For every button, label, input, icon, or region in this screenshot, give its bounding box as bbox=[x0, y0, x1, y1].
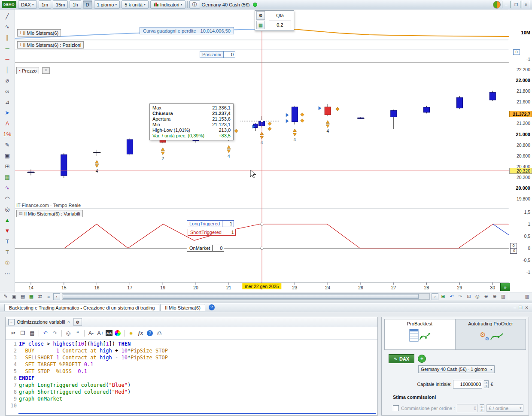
code-line[interactable]: graph OnMarket bbox=[19, 395, 377, 402]
timeframe-1h-button[interactable]: 1h bbox=[70, 0, 81, 9]
add-chart-icon[interactable]: ⊞ bbox=[439, 293, 447, 300]
code-line[interactable]: graph ShortTriggered coloured("Red") bbox=[19, 389, 377, 395]
minimize-button[interactable]: – bbox=[502, 1, 511, 8]
info-button[interactable]: ⓘ bbox=[189, 0, 200, 9]
scroll-right-button[interactable]: › bbox=[432, 293, 438, 300]
maximize-button[interactable]: ❐ bbox=[512, 1, 520, 8]
tab-my-system[interactable]: Il Mio Sistema(6) bbox=[160, 304, 205, 311]
axis-grid-icon[interactable]: ▥ bbox=[525, 294, 529, 299]
instrument-timeframe-select[interactable]: Germany 40 Cash (5€) - 1 giorno ▾ bbox=[418, 365, 495, 373]
share-chart-icon[interactable]: ▣ bbox=[10, 293, 18, 300]
optimization-settings-button[interactable]: ⚙ bbox=[73, 318, 82, 326]
timeframe-daily-button[interactable]: D bbox=[83, 0, 92, 9]
code-line[interactable]: SET TARGET %PROFIT 0.1 bbox=[19, 361, 377, 368]
export-chart-icon[interactable]: ⇄ bbox=[36, 293, 44, 300]
comment-icon[interactable]: ❝ bbox=[73, 329, 82, 337]
wave-tool-icon[interactable]: ∿ bbox=[2, 182, 13, 193]
time-axis[interactable]: 14151617192021mer 22 gen 202523242627282… bbox=[15, 282, 509, 292]
cut-icon[interactable]: ✂ bbox=[9, 329, 18, 337]
ruler-tool-icon[interactable]: ⊿ bbox=[2, 97, 13, 107]
print-icon[interactable]: ⎙ bbox=[155, 329, 164, 337]
indicators-dropdown[interactable]: Indicatori ▾ bbox=[150, 0, 185, 9]
units-dropdown[interactable]: 5 k unità ▾ bbox=[122, 0, 149, 9]
text-tool-icon[interactable]: T bbox=[2, 236, 13, 246]
go-to-last-button[interactable]: » bbox=[500, 283, 510, 291]
commission-checkbox[interactable] bbox=[393, 405, 399, 411]
price-pane-menu-button[interactable]: ≡ bbox=[42, 67, 50, 74]
draw-mode-icon[interactable]: ✎ bbox=[2, 293, 9, 300]
variables-pane-tab[interactable]: ▤ Il Mio Sistema(6) : Variabili bbox=[16, 210, 83, 217]
panel-close-button[interactable]: ✕ bbox=[525, 305, 529, 310]
chart-scrollbar[interactable] bbox=[62, 293, 430, 300]
zoom-in-icon[interactable]: ⊕ bbox=[491, 293, 499, 300]
system-equity-tab[interactable]: ‖ Il Mio Sistema(6) bbox=[17, 29, 61, 36]
code-line[interactable]: IF close > highest[10](high[1]) THEN bbox=[19, 340, 377, 347]
news-panel-icon[interactable]: ▤ bbox=[19, 293, 27, 300]
period-dropdown[interactable]: 1 giorno ▾ bbox=[94, 0, 120, 9]
anchored-line-tool-icon[interactable]: ∞ bbox=[2, 86, 13, 96]
capital-input[interactable] bbox=[453, 380, 482, 389]
symbol-dropdown[interactable]: DAX ▾ bbox=[18, 0, 37, 9]
chart-area[interactable]: 424444 ‖ Il Mio Sistema(6) Curva guadagn… bbox=[15, 9, 509, 292]
grid-tool-icon[interactable]: ▦ bbox=[2, 172, 13, 182]
panel-minimize-button[interactable]: – bbox=[514, 305, 516, 310]
pan-chart-icon[interactable]: ⊡ bbox=[465, 293, 473, 300]
code-lines[interactable]: IF close > highest[10](high[1]) THEN BUY… bbox=[19, 340, 377, 415]
timeframe-15m-button[interactable]: 15m bbox=[53, 0, 68, 9]
idea-note-tool-icon[interactable]: ① bbox=[2, 258, 13, 268]
arc-tool-icon[interactable]: ◠ bbox=[2, 193, 13, 203]
parallel-lines-tool-icon[interactable]: ∥ bbox=[2, 32, 13, 43]
price-pane-tab[interactable]: ▪ Prezzo bbox=[16, 67, 39, 74]
code-line[interactable]: BUY 1 Contract at high + 10*PipSize STOP bbox=[19, 347, 377, 354]
collapse-button[interactable]: − bbox=[8, 319, 15, 325]
price-chart[interactable]: 424444 bbox=[15, 9, 509, 292]
price-axis[interactable]: 10M0-122.20022.00021.80021.60021.20021.0… bbox=[509, 9, 532, 292]
quantity-input[interactable] bbox=[269, 21, 291, 29]
undo-zoom-icon[interactable]: ↶ bbox=[448, 293, 456, 300]
dax-instrument-button[interactable]: ∿ DAX bbox=[389, 354, 414, 363]
commission-unit-select[interactable]: € / ordine ▾ bbox=[486, 404, 523, 412]
freehand-tool-icon[interactable]: ∿ bbox=[2, 21, 13, 32]
chart-scrollbar-thumb[interactable] bbox=[63, 294, 419, 299]
timeframe-1m-button[interactable]: 1m bbox=[39, 0, 51, 9]
commission-input[interactable] bbox=[457, 404, 477, 412]
percent-variation-tool-icon[interactable]: 1% bbox=[2, 129, 13, 139]
pointer-tool-icon[interactable]: ➤ bbox=[2, 107, 13, 118]
market-table-icon[interactable]: ▦ bbox=[27, 293, 35, 300]
capital-stepper[interactable]: ▲ ▼ bbox=[484, 380, 489, 388]
tab-probacktest[interactable]: ProBacktest bbox=[384, 319, 455, 350]
tab-backtesting[interactable]: Backtesting e Trading Automatico - Creaz… bbox=[4, 304, 159, 311]
order-settings-button[interactable]: ⚙ bbox=[256, 11, 265, 20]
system-positions-tab[interactable]: ‖ Il Mio Sistema(6) : Posizioni bbox=[17, 41, 84, 49]
buy-arrow-tool-icon[interactable]: ▲ bbox=[2, 215, 13, 225]
zoom-reset-icon[interactable]: ◎ bbox=[474, 293, 481, 300]
magnet-tool-icon[interactable]: A bbox=[2, 118, 13, 128]
axis-settings-icon[interactable]: ▥ bbox=[499, 293, 507, 300]
horizontal-line-red-tool-icon[interactable]: ─ bbox=[2, 54, 13, 64]
vertical-line-tool-icon[interactable]: │ bbox=[2, 64, 13, 75]
paste-icon[interactable]: ▤ bbox=[28, 329, 36, 337]
code-line[interactable]: graph LongTriggered coloured("Blue") bbox=[19, 382, 377, 389]
code-editor[interactable]: 12345678910 IF close > highest[10](high[… bbox=[6, 340, 377, 415]
code-line[interactable]: ENDIF bbox=[19, 375, 377, 382]
search-icon[interactable]: ◎ bbox=[64, 329, 73, 337]
pencil-tool-icon[interactable]: ✎ bbox=[2, 140, 13, 150]
trendline-tool-icon[interactable]: ╱ bbox=[2, 11, 13, 21]
more-tools-icon[interactable]: ⋯ bbox=[2, 268, 13, 279]
redo-icon[interactable]: ↷ bbox=[51, 329, 59, 337]
sell-arrow-tool-icon[interactable]: ▼ bbox=[2, 225, 13, 236]
commission-stepper[interactable]: ▲ ▼ bbox=[480, 404, 484, 412]
close-button[interactable]: ✕ bbox=[522, 1, 530, 8]
font-decrease-icon[interactable]: A- bbox=[87, 329, 95, 337]
annotation-tool-icon[interactable]: T bbox=[2, 247, 13, 257]
spinner-down-icon[interactable]: ▼ bbox=[484, 384, 488, 388]
scroll-left-button[interactable]: ‹ bbox=[53, 293, 60, 300]
panel-help-icon[interactable]: ? bbox=[209, 304, 215, 310]
horizontal-line-green-tool-icon[interactable]: ─ bbox=[2, 43, 13, 53]
extended-line-tool-icon[interactable]: ⌀ bbox=[2, 75, 13, 85]
collapse-left-icon[interactable]: « bbox=[45, 293, 52, 300]
help-icon[interactable]: ? bbox=[147, 330, 153, 336]
target-tool-icon[interactable]: ◎ bbox=[2, 204, 13, 214]
spinner-down-icon[interactable]: ▼ bbox=[480, 408, 484, 412]
copy-icon[interactable]: ❐ bbox=[18, 329, 27, 337]
